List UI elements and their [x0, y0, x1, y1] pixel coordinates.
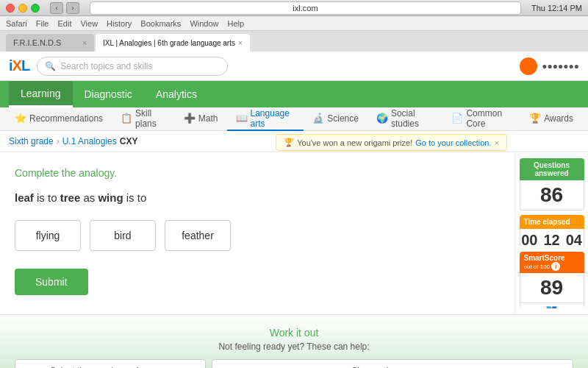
tab-recommendations[interactable]: ⭐ Recommendations — [6, 107, 112, 131]
instruction-text: Complete the analogy. — [15, 167, 500, 179]
tab-science-label: Science — [327, 113, 359, 124]
submit-button[interactable]: Submit — [15, 269, 88, 295]
ixl-logo[interactable]: iXL — [9, 57, 29, 74]
search-icon: 🔍 — [45, 61, 56, 71]
url-bar[interactable]: ixl.com — [90, 1, 521, 15]
avatar — [520, 57, 537, 75]
browser-menu: Safari File Edit View History Bookmarks … — [0, 16, 588, 31]
tab-ixl-label: IXL | Analogies | 6th grade language art… — [103, 39, 235, 47]
choice-bird[interactable]: bird — [90, 220, 156, 251]
skill-plans-icon: 📋 — [121, 113, 132, 124]
time-values: 00 12 04 — [520, 229, 584, 247]
questions-answered-value: 86 — [520, 180, 584, 210]
browser-tabs: F.R.I.E.N.D.S × IXL | Analogies | 6th gr… — [0, 31, 588, 52]
breadcrumb-u1-analogies[interactable]: U.1 Analogies — [62, 136, 117, 146]
work-it-out-buttons: Select the members of a group Choose the… — [15, 359, 573, 368]
forward-button[interactable]: › — [66, 2, 79, 14]
browser-nav[interactable]: ‹ › — [50, 2, 79, 14]
avatar-area[interactable]: ●●●●●●● — [520, 57, 579, 75]
tab-awards[interactable]: 🏆 Awards — [520, 107, 582, 131]
tab-common-core[interactable]: 📄 Common Core — [442, 107, 520, 131]
close-button[interactable] — [6, 4, 15, 13]
tab-common-core-label: Common Core — [466, 108, 512, 129]
as-connector: as — [83, 191, 98, 204]
word-choices: flying bird feather — [15, 220, 500, 251]
prize-link[interactable]: Go to your collection. — [415, 138, 491, 147]
breadcrumb-sixth-grade[interactable]: Sixth grade — [9, 136, 54, 146]
questions-answered-box: Questions answered 86 — [520, 158, 584, 210]
menu-edit[interactable]: Edit — [57, 19, 71, 28]
word3: wing — [98, 191, 123, 204]
choice-flying[interactable]: flying — [15, 220, 81, 251]
choice-feather[interactable]: feather — [165, 220, 231, 251]
is-to-2: is to — [126, 191, 147, 204]
tab-language-arts[interactable]: 📖 Language arts — [227, 107, 304, 131]
menu-bookmarks[interactable]: Bookmarks — [140, 19, 181, 28]
main-content: Complete the analogy. leaf is to tree as… — [0, 152, 588, 314]
tab-close-friends[interactable]: × — [82, 39, 87, 47]
menu-safari[interactable]: Safari — [6, 19, 27, 28]
minimize-button[interactable] — [18, 4, 27, 13]
tab-math[interactable]: ➕ Math — [175, 107, 227, 131]
subject-tabs: ⭐ Recommendations 📋 Skill plans ➕ Math 📖… — [0, 107, 588, 131]
prize-text: You've won a new origami prize! — [297, 138, 412, 147]
menu-help[interactable]: Help — [228, 19, 245, 28]
recommendations-icon: ⭐ — [15, 113, 26, 124]
work-btn-group[interactable]: Select the members of a group — [15, 359, 206, 368]
awards-icon: 🏆 — [529, 113, 541, 124]
search-box[interactable]: 🔍 Search topics and skills — [37, 57, 228, 76]
time-elapsed-box: Time elapsed 00 12 04 HR MIN SEC — [520, 215, 584, 247]
smart-score-header: SmartScore out of 100 i — [520, 252, 584, 273]
time-display: Thu 12:14 PM — [531, 4, 582, 13]
smart-score-label: SmartScore — [524, 254, 565, 262]
trophy-icon: 🥇 — [542, 306, 562, 308]
tab-science[interactable]: 🔬 Science — [304, 107, 368, 131]
titlebar: ‹ › ixl.com Thu 12:14 PM — [0, 0, 588, 16]
menu-file[interactable]: File — [36, 19, 49, 28]
nav-analytics[interactable]: Analytics — [144, 81, 209, 107]
tab-social-studies[interactable]: 🌍 Social studies — [368, 107, 442, 131]
work-it-out-title: Work it out — [15, 327, 573, 339]
nav-learning[interactable]: Learning — [9, 81, 73, 107]
tab-friends-label: F.R.I.E.N.D.S — [13, 38, 61, 47]
nav-diagnostic[interactable]: Diagnostic — [73, 81, 144, 107]
tab-ixl[interactable]: IXL | Analogies | 6th grade language art… — [96, 34, 250, 52]
tab-friends[interactable]: F.R.I.E.N.D.S × — [6, 34, 94, 52]
ixl-header: iXL 🔍 Search topics and skills ●●●●●●● — [0, 52, 588, 81]
username: ●●●●●●● — [542, 61, 579, 71]
is-to-1: is to — [37, 191, 60, 204]
smart-score-box: SmartScore out of 100 i 89 🥇 — [520, 252, 584, 308]
analogy-sentence: leaf is to tree as wing is to — [15, 189, 500, 207]
menu-history[interactable]: History — [107, 19, 132, 28]
social-studies-icon: 🌍 — [376, 113, 388, 124]
prize-icon: 🏆 — [284, 138, 294, 147]
time-elapsed-header: Time elapsed — [520, 215, 584, 229]
questions-answered-header: Questions answered — [520, 158, 584, 180]
time-sec-value: 04 — [566, 232, 582, 247]
language-arts-icon: 📖 — [236, 113, 248, 124]
menu-window[interactable]: Window — [190, 19, 218, 28]
math-icon: ➕ — [184, 113, 196, 124]
work-btn-synonym[interactable]: Choose the synonym — [212, 359, 573, 368]
back-button[interactable]: ‹ — [50, 2, 63, 14]
trophy-area: 🥇 — [520, 303, 584, 308]
tab-close-ixl[interactable]: × — [238, 39, 243, 47]
work-it-out-section: Work it out Not feeling ready yet? These… — [0, 314, 588, 368]
main-nav: Learning Diagnostic Analytics — [0, 81, 588, 107]
prize-close-button[interactable]: × — [495, 138, 499, 147]
maximize-button[interactable] — [31, 4, 40, 13]
tab-math-label: Math — [198, 113, 218, 124]
word2: tree — [60, 191, 81, 204]
window-controls[interactable] — [6, 4, 40, 13]
titlebar-info: Thu 12:14 PM — [531, 4, 582, 13]
tab-recommendations-label: Recommendations — [29, 113, 103, 124]
menu-view[interactable]: View — [80, 19, 98, 28]
info-icon[interactable]: i — [551, 262, 560, 271]
breadcrumb-arrow1: › — [57, 136, 60, 146]
work-it-out-subtitle: Not feeling ready yet? These can help: — [15, 342, 573, 352]
tab-skill-plans-label: Skill plans — [135, 108, 166, 129]
breadcrumb: Sixth grade › U.1 Analogies CXY 🏆 You've… — [0, 131, 588, 152]
tab-skill-plans[interactable]: 📋 Skill plans — [112, 107, 175, 131]
prize-banner: 🏆 You've won a new origami prize! Go to … — [276, 134, 507, 151]
tab-language-arts-label: Language arts — [251, 108, 295, 129]
